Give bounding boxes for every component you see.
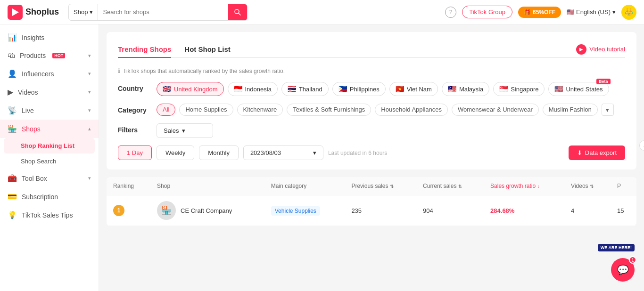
data-export-button[interactable]: ⬇ Data export (569, 146, 625, 160)
help-icon[interactable]: ? (445, 7, 456, 18)
category-btn-womenswear[interactable]: Womenswear & Underwear (452, 104, 539, 116)
content-card: Trending Shops Hot Shop List ▶ Video tut… (107, 32, 636, 170)
sidebar-item-influencers[interactable]: 👤 Influencers ▾ (0, 65, 99, 83)
cell-shop: 🏪 CE Craft Company (150, 195, 264, 226)
influencers-icon: 👤 (8, 69, 17, 78)
growth-value: 284.68% (490, 207, 514, 214)
sidebar-item-shops[interactable]: 🏪 Shops ▴ (0, 120, 99, 138)
sidebar-item-subscription[interactable]: 💳 Subscription (0, 187, 99, 206)
country-btn-philippines[interactable]: 🇵🇭 Philippines (332, 82, 386, 96)
logo-text: Shoplus (25, 7, 59, 17)
shop-info: 🏪 CE Craft Company (157, 201, 258, 220)
category-more-button[interactable]: ▾ (602, 104, 614, 116)
table-body: 1 🏪 CE Craft Company Vehicle Supplies (107, 195, 636, 226)
shop-avatar: 🏪 (157, 201, 176, 220)
sidebar-item-tiktok-tips[interactable]: 💡 TikTok Sales Tips (0, 206, 99, 224)
toolbox-icon: 🧰 (8, 174, 17, 183)
tab-trending-shops[interactable]: Trending Shops (118, 41, 171, 58)
sidebar-item-live[interactable]: 📡 Live ▾ (0, 101, 99, 120)
logo[interactable]: Shoplus (8, 5, 59, 20)
category-options: All Home Supplies Kitchenware Textiles &… (157, 104, 614, 116)
tiktok-group-button[interactable]: TikTok Group (462, 6, 512, 18)
category-btn-home-supplies[interactable]: Home Supplies (179, 104, 233, 116)
table-header: Ranking Shop Main category Previous sale… (107, 177, 636, 195)
sidebar-item-products[interactable]: 🛍 Products HOT ▾ (0, 47, 99, 65)
chat-circle[interactable]: 💬 1 WE ARE HERE! (611, 258, 635, 282)
country-btn-indonesia[interactable]: 🇮🇩 Indonesia (228, 82, 278, 96)
col-ranking: Ranking (107, 177, 150, 195)
search-type-selector[interactable]: Shop ▾ (69, 4, 98, 20)
layout: 📊 Insights 🛍 Products HOT ▾ 👤 Influencer… (0, 24, 644, 291)
chat-bubble[interactable]: 💬 1 WE ARE HERE! (611, 258, 635, 282)
sidebar-subitem-shop-ranking[interactable]: Shop Ranking List (4, 138, 95, 154)
export-icon: ⬇ (577, 149, 582, 156)
sidebar-subitem-shop-search[interactable]: Shop Search (0, 154, 99, 169)
tiktok-tips-icon: 💡 (8, 210, 17, 219)
time-btn-weekly[interactable]: Weekly (157, 146, 194, 160)
sidebar: 📊 Insights 🛍 Products HOT ▾ 👤 Influencer… (0, 24, 99, 291)
col-videos[interactable]: Videos ⇅ (564, 177, 611, 195)
info-bar: ℹ TikTok shops that automatically ranked… (118, 67, 625, 74)
play-icon: ▶ (576, 44, 586, 55)
cell-curr-sales: 904 (416, 195, 484, 226)
category-btn-textiles[interactable]: Textiles & Soft Furnishings (287, 104, 371, 116)
time-period-row: 1 Day Weekly Monthly 2023/08/03 ▾ Last u… (118, 146, 625, 160)
shop-name[interactable]: CE Craft Company (181, 207, 232, 214)
we-are-here-label: WE ARE HERE! (598, 244, 635, 251)
col-p: P (611, 177, 636, 195)
logo-icon (8, 5, 23, 20)
cell-ranking: 1 (107, 195, 150, 226)
cell-p: 15 (611, 195, 636, 226)
col-curr-sales[interactable]: Current sales ⇅ (416, 177, 484, 195)
time-btn-monthly[interactable]: Monthly (199, 146, 239, 160)
products-icon: 🛍 (8, 51, 15, 60)
videos-arrow: ▾ (88, 89, 91, 95)
category-btn-all[interactable]: All (157, 104, 175, 116)
country-filter-row: Country 🇬🇧 United Kingdom 🇮🇩 Indonesia 🇹… (118, 82, 625, 96)
tabs: Trending Shops Hot Shop List ▶ Video tut… (118, 41, 625, 58)
sidebar-item-videos[interactable]: ▶ Videos ▾ (0, 83, 99, 101)
subscription-icon: 💳 (8, 192, 17, 201)
hot-badge: HOT (52, 53, 65, 58)
sidebar-item-insights[interactable]: 📊 Insights (0, 28, 99, 47)
table-row: 1 🏪 CE Craft Company Vehicle Supplies (107, 195, 636, 226)
country-btn-singapore[interactable]: 🇸🇬 Singapore (493, 82, 545, 96)
shop-ranking-table: Ranking Shop Main category Previous sale… (107, 177, 636, 226)
influencers-arrow: ▾ (88, 71, 91, 77)
discount-badge[interactable]: 🎁 65%OFF (518, 7, 561, 18)
search-bar: Shop ▾ (68, 4, 248, 21)
svg-line-3 (239, 13, 241, 15)
category-btn-kitchenware[interactable]: Kitchenware (237, 104, 283, 116)
category-btn-muslim[interactable]: Muslim Fashion (543, 104, 598, 116)
country-btn-malaysia[interactable]: 🇲🇾 Malaysia (442, 82, 489, 96)
shops-arrow: ▴ (88, 126, 91, 132)
country-label: Country (118, 82, 151, 92)
tab-hot-shop-list[interactable]: Hot Shop List (184, 41, 231, 58)
category-filter-row: Category All Home Supplies Kitchenware T… (118, 104, 625, 116)
toolbox-arrow: ▾ (88, 175, 91, 181)
filters-label: Filters (118, 123, 151, 134)
nav-right: ? TikTok Group 🎁 65%OFF 🇺🇸 English (US) … (445, 5, 636, 20)
rank-badge: 1 (113, 205, 124, 216)
country-btn-us[interactable]: 🇺🇸 United States Beta (548, 82, 609, 96)
search-input[interactable] (98, 4, 228, 20)
country-btn-thailand[interactable]: 🇹🇭 Thailand (281, 82, 329, 96)
avatar[interactable]: 👑 (621, 5, 636, 20)
chat-badge: 1 (629, 256, 636, 264)
filter-sales-select[interactable]: Sales ▾ (157, 123, 213, 138)
country-btn-uk[interactable]: 🇬🇧 United Kingdom (157, 82, 224, 96)
col-prev-sales[interactable]: Previous sales ⇅ (345, 177, 416, 195)
search-button[interactable] (228, 4, 247, 20)
date-selector[interactable]: 2023/08/03 ▾ (243, 146, 323, 160)
cell-category: Vehicle Supplies (264, 195, 345, 226)
video-tutorial-button[interactable]: ▶ Video tutorial (576, 44, 625, 55)
sidebar-item-toolbox[interactable]: 🧰 Tool Box ▾ (0, 169, 99, 187)
col-sales-growth[interactable]: Sales growth ratio ↓ (484, 177, 564, 195)
country-btn-vietnam[interactable]: 🇻🇳 Viet Nam (389, 82, 438, 96)
last-updated-text: Last updated in 6 hours (328, 150, 387, 156)
time-btn-1day[interactable]: 1 Day (118, 146, 152, 160)
category-btn-appliances[interactable]: Household Appliances (375, 104, 448, 116)
shops-icon: 🏪 (8, 124, 17, 133)
language-selector[interactable]: 🇺🇸 English (US) ▾ (567, 8, 616, 16)
shop-table-container: Ranking Shop Main category Previous sale… (107, 177, 636, 226)
